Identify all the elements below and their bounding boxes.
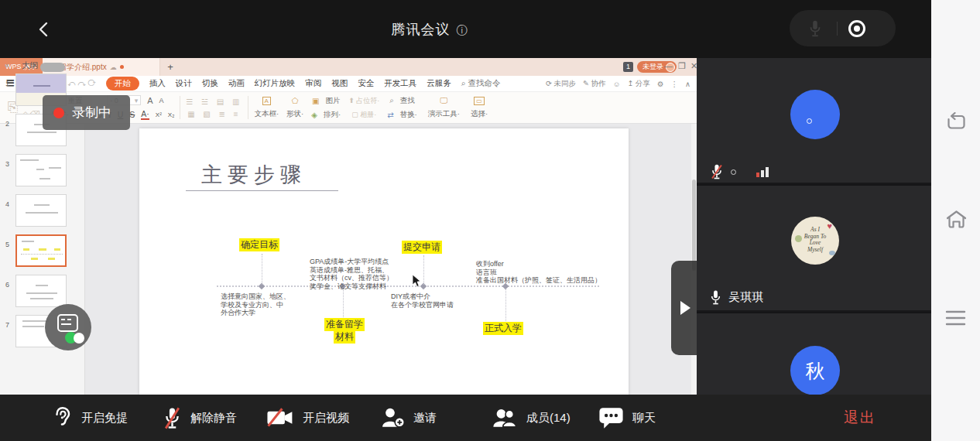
step-label-3-line2: 材料	[334, 330, 355, 344]
invite-button[interactable]: 邀请	[381, 395, 437, 441]
strike-button[interactable]: S	[129, 110, 135, 119]
share-button[interactable]: ↥ 分享	[627, 79, 650, 89]
floating-keyboard-button[interactable]	[45, 304, 91, 350]
menu-review[interactable]: 审阅	[305, 78, 321, 89]
panel-expand-handle[interactable]	[671, 261, 697, 355]
members-button[interactable]: 成员(14)	[492, 395, 571, 441]
thumbnail-slide-3[interactable]	[15, 154, 67, 186]
find-command[interactable]: ⌕ 查找命令	[461, 78, 501, 89]
speaker-button[interactable]: 开启免提	[53, 395, 128, 441]
placeholder-icons[interactable]: ⬆ 占位符·▢ 相册·	[348, 96, 379, 120]
find-button[interactable]: 查找	[400, 96, 415, 106]
picture-button[interactable]: 图片	[325, 96, 340, 106]
smile-icon[interactable]: ☺	[613, 80, 621, 88]
members-label: 成员(14)	[526, 411, 571, 426]
wps-tab-bar: WPS 演示 P 留学介绍.pptx ☁ +	[0, 58, 697, 76]
minimize-button[interactable]: —	[664, 61, 673, 70]
font-shrink-icon[interactable]: A	[159, 97, 164, 104]
meeting-title: 腾讯会议ⓘ	[0, 20, 859, 39]
meeting-toolbar: 开启免提 解除静音 开启视频	[0, 395, 931, 441]
slide-number: 6	[5, 281, 9, 289]
panel-collapse-icon[interactable]: «	[5, 61, 9, 70]
collapse-ribbon-icon[interactable]: ∧	[685, 80, 690, 88]
members-icon	[492, 408, 518, 429]
participant-tile-2[interactable]: As I Began To Love Myself ♥ 吴琪琪	[697, 186, 931, 312]
network-signal-icon	[756, 167, 769, 177]
meeting-screen: 腾讯会议ⓘ WPS 演示 P 留学介绍.pptx ☁	[0, 0, 980, 441]
superscript-button[interactable]: X²	[156, 111, 162, 118]
audio-level-dot	[731, 169, 736, 175]
participants-panel: As I Began To Love Myself ♥ 吴琪琪	[697, 58, 931, 395]
step-label-3-line1: 准备留学	[324, 318, 365, 331]
chat-button[interactable]: 聊天	[598, 395, 656, 441]
menu-animation[interactable]: 动画	[228, 78, 245, 89]
step-label-1: 确定目标	[239, 238, 279, 251]
menu-security[interactable]: 安全	[358, 78, 374, 89]
android-menu-icon[interactable]	[945, 309, 966, 326]
menu-view[interactable]: 视图	[331, 78, 348, 89]
subscript-button[interactable]: X₂	[168, 111, 174, 118]
android-home-icon[interactable]	[945, 209, 968, 230]
textbox-group: A 文本框·	[254, 97, 279, 119]
document-name: 留学介绍.pptx	[59, 62, 107, 73]
timeline-connector	[423, 255, 424, 285]
tab-slides-pill[interactable]	[40, 63, 65, 72]
step-label-2: 提交申请	[402, 241, 442, 254]
scrollbar-handle[interactable]	[692, 179, 696, 271]
present-tools-button[interactable]: 演示工具·	[428, 109, 460, 119]
restore-button[interactable]: ❐	[678, 61, 686, 71]
menu-devtools[interactable]: 开发工具	[384, 78, 416, 89]
settings-gear-icon[interactable]: ⚙	[657, 80, 664, 88]
shape-button[interactable]: 形状·	[286, 109, 303, 119]
timeline-connector	[262, 254, 262, 285]
title-underline	[186, 190, 338, 191]
more-icon[interactable]: ⋮	[671, 80, 679, 88]
find-group: ⌕查找 ⇄替换·	[387, 96, 417, 120]
participant-tile-1[interactable]	[697, 58, 931, 184]
slide-number: 4	[5, 200, 9, 208]
slide-title: 主要步骤	[201, 161, 307, 189]
menu-insert[interactable]: 插入	[149, 78, 166, 89]
new-tab-button[interactable]: +	[160, 58, 180, 76]
note-gpa: GPA成绩单-大学平均绩点 英语成绩单-雅思、托福、 文书材料（cv、推荐信等）…	[310, 258, 393, 290]
sync-status[interactable]: ⟳ 未同步	[546, 79, 576, 89]
menu-start[interactable]: 开始	[106, 77, 139, 91]
participant-tile-3[interactable]: 秋	[697, 313, 931, 395]
toggle-knob-icon	[74, 333, 84, 344]
mic-dim-icon[interactable]	[807, 19, 823, 38]
record-icon[interactable]	[848, 20, 865, 37]
wps-menu-bar: ☰ 文件 ⎗⎘⎙↶↷⟳ 开始 插入 设计 切换 动画 幻灯片放映 审阅 视图 安…	[0, 76, 697, 92]
textbox-button[interactable]: 文本框·	[254, 109, 279, 119]
select-button[interactable]: 选择·	[471, 109, 488, 119]
tab-outline[interactable]: 大纲	[22, 60, 38, 71]
android-nav-bar	[931, 0, 980, 441]
present-tools-group: 🖵 演示工具·	[428, 96, 460, 119]
select-group: ▭ 选择·	[471, 97, 488, 119]
thumbnail-slide-5-selected[interactable]	[15, 234, 67, 267]
current-slide[interactable]: 主要步骤 确定目标 提交申请 准备留学 材料 正式入学 GPA成绩单-大学平均绩…	[139, 128, 629, 395]
menu-cloud[interactable]: 云服务	[427, 78, 451, 89]
video-label: 开启视频	[303, 411, 349, 426]
arrange-button[interactable]: 排列·	[324, 110, 341, 120]
font-color-button[interactable]: A·	[141, 109, 149, 120]
font-grow-icon[interactable]: A	[147, 96, 152, 105]
info-icon[interactable]: ⓘ	[457, 24, 468, 36]
exit-button[interactable]: 退出	[844, 395, 876, 441]
note-choose: 选择意向国家、地区、 学校及专业方向、中 外合作大学	[221, 292, 290, 317]
menu-design[interactable]: 设计	[176, 78, 192, 89]
thumbnail-slide-6[interactable]	[15, 275, 67, 307]
video-button[interactable]: 开启视频	[266, 395, 349, 441]
cloud-sync-icon: ☁	[110, 63, 117, 71]
paragraph-icons[interactable]: ☰ ☱ ▤ ▥▦ ▧ ≣ ≡	[186, 97, 242, 118]
close-button[interactable]: ✕	[690, 61, 697, 71]
thumbnail-slide-4[interactable]	[15, 194, 67, 227]
android-back-icon[interactable]	[945, 112, 967, 132]
unmute-button[interactable]: 解除静音	[163, 395, 237, 441]
chat-label: 聊天	[632, 411, 656, 426]
collab-button[interactable]: ✎ 协作	[583, 79, 606, 89]
replace-button[interactable]: 替换·	[400, 110, 417, 120]
pill-divider	[837, 22, 838, 36]
mouse-cursor	[412, 274, 421, 288]
menu-slideshow[interactable]: 幻灯片放映	[255, 78, 296, 89]
menu-transition[interactable]: 切换	[202, 78, 218, 89]
